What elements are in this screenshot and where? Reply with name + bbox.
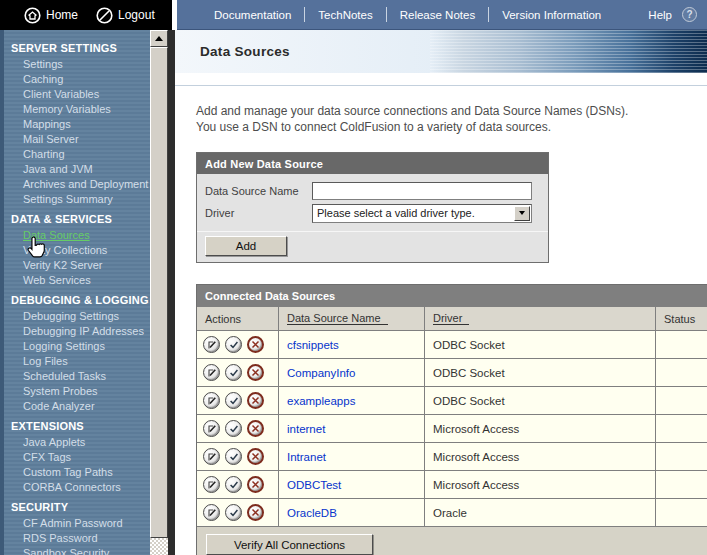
- sidebar-item-scheduled-tasks[interactable]: Scheduled Tasks: [4, 369, 148, 384]
- sidebar-item-debugging-settings[interactable]: Debugging Settings: [4, 309, 148, 324]
- delete-icon[interactable]: [247, 476, 264, 493]
- delete-icon[interactable]: [247, 504, 264, 521]
- table-row: OracleDB Oracle: [197, 498, 707, 526]
- delete-icon[interactable]: [247, 364, 264, 381]
- driver-cell: Microsoft Access: [425, 443, 656, 470]
- sidebar-item-client-variables[interactable]: Client Variables: [4, 87, 148, 102]
- datasource-link[interactable]: CompanyInfo: [287, 367, 355, 379]
- column-data-source-name[interactable]: Data Source Name: [279, 307, 425, 330]
- verify-icon[interactable]: [225, 420, 242, 437]
- sidebar-item-verity-k2-server[interactable]: Verity K2 Server: [4, 258, 148, 273]
- edit-icon[interactable]: [203, 448, 220, 465]
- datasource-link[interactable]: ODBCTest: [287, 479, 341, 491]
- sidebar-item-rds-password[interactable]: RDS Password: [4, 531, 148, 546]
- verify-icon[interactable]: [225, 448, 242, 465]
- nav-technotes[interactable]: TechNotes: [305, 9, 385, 21]
- connected-data-sources-panel: Connected Data Sources Actions Data Sour…: [196, 284, 707, 555]
- datasource-link[interactable]: cfsnippets: [287, 339, 339, 351]
- scrollbar-thumb[interactable]: [150, 47, 168, 538]
- main-area: Data Sources Add and manage your data so…: [175, 30, 707, 555]
- scroll-up-button[interactable]: [150, 30, 168, 47]
- sidebar-item-log-files[interactable]: Log Files: [4, 354, 148, 369]
- sidebar-scrollbar[interactable]: [150, 30, 168, 555]
- add-button[interactable]: Add: [205, 236, 287, 256]
- add-data-source-panel: Add New Data Source Data Source Name Dri…: [196, 152, 549, 263]
- verify-icon[interactable]: [225, 336, 242, 353]
- datasource-link[interactable]: OracleDB: [287, 507, 337, 519]
- sidebar-item-code-analyzer[interactable]: Code Analyzer: [4, 399, 148, 414]
- intro-text: Add and manage your data source connecti…: [196, 103, 707, 135]
- sidebar-item-java-applets[interactable]: Java Applets: [4, 435, 148, 450]
- column-actions: Actions: [197, 307, 279, 330]
- top-navigation-bar: Documentation TechNotes Release Notes Ve…: [177, 0, 707, 30]
- verify-icon[interactable]: [225, 392, 242, 409]
- datasource-link[interactable]: exampleapps: [287, 395, 355, 407]
- dropdown-button[interactable]: [514, 206, 530, 221]
- sidebar-item-mappings[interactable]: Mappings: [4, 117, 148, 132]
- sidebar-item-memory-variables[interactable]: Memory Variables: [4, 102, 148, 117]
- sidebar-item-logging-settings[interactable]: Logging Settings: [4, 339, 148, 354]
- help-icon[interactable]: ?: [682, 7, 697, 22]
- intro-line-1: Add and manage your data source connecti…: [196, 103, 707, 119]
- logout-icon: [96, 7, 113, 24]
- delete-icon[interactable]: [247, 420, 264, 437]
- table-row: internet Microsoft Access: [197, 414, 707, 442]
- data-source-name-input[interactable]: [312, 182, 532, 200]
- verify-all-connections-button[interactable]: Verify All Connections: [206, 534, 373, 555]
- sidebar-item-java-and-jvm[interactable]: Java and JVM: [4, 162, 148, 177]
- verify-icon[interactable]: [225, 476, 242, 493]
- logout-button[interactable]: Logout: [96, 7, 155, 24]
- delete-icon[interactable]: [247, 448, 264, 465]
- table-row: Intranet Microsoft Access: [197, 442, 707, 470]
- datasource-link[interactable]: Intranet: [287, 451, 326, 463]
- scrollbar-track[interactable]: [150, 538, 168, 555]
- sidebar-item-caching[interactable]: Caching: [4, 72, 148, 87]
- delete-icon[interactable]: [247, 336, 264, 353]
- column-driver[interactable]: Driver: [425, 307, 656, 330]
- header-divider-bar: [175, 73, 707, 86]
- edit-icon[interactable]: [203, 504, 220, 521]
- status-cell: [656, 387, 707, 414]
- table-row: exampleapps ODBC Socket: [197, 386, 707, 414]
- verify-icon[interactable]: [225, 364, 242, 381]
- datasource-link[interactable]: internet: [287, 423, 325, 435]
- verify-icon[interactable]: [225, 504, 242, 521]
- edit-icon[interactable]: [203, 420, 220, 437]
- sidebar-item-web-services[interactable]: Web Services: [4, 273, 148, 288]
- nav-version-information[interactable]: Version Information: [489, 9, 614, 21]
- edit-icon[interactable]: [203, 392, 220, 409]
- home-icon: [24, 7, 41, 24]
- edit-icon[interactable]: [203, 476, 220, 493]
- status-cell: [656, 331, 707, 358]
- sidebar-item-custom-tag-paths[interactable]: Custom Tag Paths: [4, 465, 148, 480]
- table-column-header-row: Actions Data Source Name Driver Status: [197, 306, 707, 330]
- sidebar-item-settings[interactable]: Settings: [4, 57, 148, 72]
- nav-release-notes[interactable]: Release Notes: [387, 9, 488, 21]
- nav-documentation[interactable]: Documentation: [201, 9, 304, 21]
- logout-label: Logout: [118, 8, 155, 22]
- sidebar-item-charting[interactable]: Charting: [4, 147, 148, 162]
- sidebar-item-cfx-tags[interactable]: CFX Tags: [4, 450, 148, 465]
- home-button[interactable]: Home: [24, 7, 78, 24]
- driver-cell: Microsoft Access: [425, 471, 656, 498]
- sidebar-item-archives-and-deployment[interactable]: Archives and Deployment: [4, 177, 148, 192]
- sidebar-item-verity-collections[interactable]: Verity Collections: [4, 243, 148, 258]
- delete-icon[interactable]: [247, 392, 264, 409]
- intro-line-2: You use a DSN to connect ColdFusion to a…: [196, 119, 707, 135]
- data-source-name-label: Data Source Name: [205, 185, 312, 197]
- sidebar-item-corba-connectors[interactable]: CORBA Connectors: [4, 480, 148, 495]
- sidebar-item-settings-summary[interactable]: Settings Summary: [4, 192, 148, 207]
- nav-help[interactable]: Help: [635, 9, 676, 21]
- home-label: Home: [46, 8, 78, 22]
- driver-cell: Oracle: [425, 499, 656, 526]
- sidebar-item-sandbox-security[interactable]: Sandbox Security: [4, 546, 148, 555]
- sidebar-item-cf-admin-password[interactable]: CF Admin Password: [4, 516, 148, 531]
- sidebar-item-data-sources[interactable]: Data Sources: [4, 228, 148, 243]
- sidebar-item-debugging-ip-addresses[interactable]: Debugging IP Addresses: [4, 324, 148, 339]
- page-title: Data Sources: [175, 44, 290, 59]
- driver-select[interactable]: Please select a valid driver type.: [312, 204, 532, 223]
- edit-icon[interactable]: [203, 364, 220, 381]
- sidebar-item-mail-server[interactable]: Mail Server: [4, 132, 148, 147]
- edit-icon[interactable]: [203, 336, 220, 353]
- sidebar-item-system-probes[interactable]: System Probes: [4, 384, 148, 399]
